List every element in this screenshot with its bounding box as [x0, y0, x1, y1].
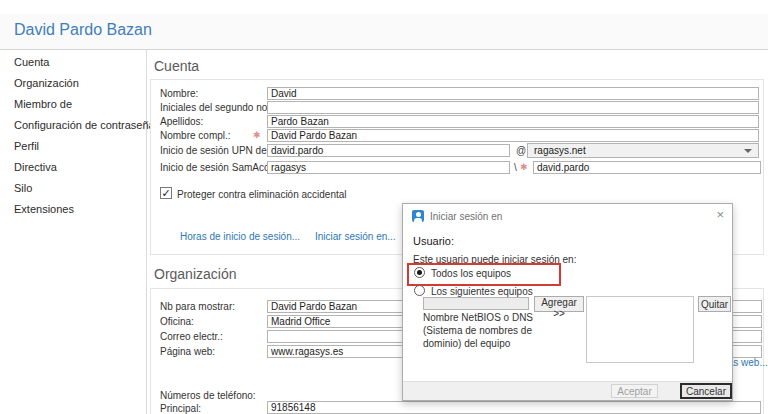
adac-user-properties-window: David Pardo Bazan Cuenta Organización Mi… [0, 0, 768, 414]
chevron-down-icon [744, 149, 752, 153]
sidebar-item-configuracion-contrasena[interactable]: Configuración de contraseña [14, 119, 155, 131]
required-asterisk-icon: ✱ [253, 130, 261, 140]
logon-prompt: Este usuario puede iniciar sesión en: [413, 254, 576, 265]
computers-listbox[interactable] [586, 296, 694, 363]
required-asterisk-icon: ✱ [520, 162, 528, 172]
sidebar-item-extensiones[interactable]: Extensiones [14, 203, 74, 215]
main-phone-label: Principal: [160, 403, 201, 414]
organization-section-title: Organización [154, 266, 237, 282]
phones-group-label: Números de teléfono: [160, 390, 256, 401]
upn-input[interactable] [267, 144, 510, 157]
middle-initials-input[interactable] [267, 101, 759, 114]
logon-hours-link[interactable]: Horas de inicio de sesión... [180, 231, 300, 242]
full-name-input[interactable] [267, 129, 759, 142]
user-icon [412, 210, 424, 222]
radio-all-computers-label: Todos los equipos [431, 268, 511, 279]
sidebar-item-perfil[interactable]: Perfil [14, 140, 39, 152]
dialog-title: Iniciar sesión en [430, 211, 502, 222]
netbios-hint: Nombre NetBIOS o DNS (Sistema de nombres… [423, 311, 541, 350]
surname-input[interactable] [267, 115, 759, 128]
main-phone-input[interactable] [267, 401, 761, 414]
logon-to-link[interactable]: Iniciar sesión en... [315, 231, 396, 242]
display-name-label: Nb para mostrar: [160, 301, 235, 312]
name-label: Nombre: [160, 88, 198, 99]
sidebar-divider [146, 50, 147, 414]
surname-label: Apellidos: [160, 116, 203, 127]
account-section-title: Cuenta [154, 58, 199, 74]
sidebar-item-directiva[interactable]: Directiva [14, 161, 57, 173]
computer-name-input[interactable] [423, 297, 529, 310]
email-label: Correo electr.: [160, 331, 223, 342]
middle-initials-label: Iniciales del segundo nom... [160, 102, 284, 113]
upn-domain-value: ragasys.net [534, 145, 586, 156]
protect-deletion-checkbox[interactable]: ✓ [160, 187, 172, 199]
office-label: Oficina: [160, 316, 194, 327]
logon-to-dialog: Iniciar sesión en × Usuario: Este usuari… [402, 203, 733, 401]
accept-button[interactable]: Aceptar [611, 384, 658, 398]
protect-deletion-label: Proteger contra eliminación accidental [177, 189, 347, 200]
user-section-label: Usuario: [413, 235, 454, 247]
radio-all-computers[interactable] [414, 267, 425, 278]
sam-input[interactable] [533, 161, 761, 174]
check-icon: ✓ [161, 187, 170, 199]
sidebar-item-miembro-de[interactable]: Miembro de [14, 98, 72, 110]
sidebar-item-cuenta[interactable]: Cuenta [14, 56, 49, 68]
close-icon[interactable]: × [716, 208, 724, 222]
radio-following-computers[interactable] [414, 285, 425, 296]
sidebar-item-organizacion[interactable]: Organización [14, 77, 79, 89]
add-button[interactable]: Agregar >> [534, 296, 584, 312]
sam-backslash-separator: \ [514, 162, 517, 173]
sam-domain-input[interactable] [267, 161, 510, 174]
dialog-title-bar[interactable]: Iniciar sesión en × [403, 204, 732, 228]
full-name-label: Nombre compl.: [160, 130, 231, 141]
cancel-button[interactable]: Cancelar [680, 383, 732, 399]
radio-dot [417, 270, 422, 275]
page-title: David Pardo Bazan [14, 21, 152, 39]
sidebar-item-silo[interactable]: Silo [14, 182, 32, 194]
upn-domain-select[interactable]: ragasys.net [527, 143, 759, 158]
upn-at-separator: @ [516, 145, 526, 156]
name-input[interactable] [267, 87, 759, 100]
web-page-label: Página web: [160, 346, 215, 357]
remove-button[interactable]: Quitar [698, 296, 731, 312]
radio-following-computers-label: Los siguientes equipos [431, 286, 533, 297]
